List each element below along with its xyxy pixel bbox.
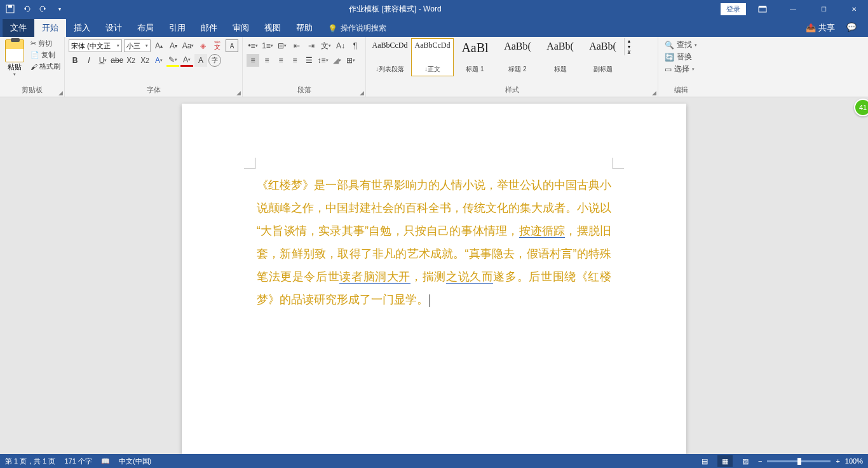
font-name-combo[interactable]: 宋体 (中文正▾ xyxy=(69,39,122,52)
tab-home[interactable]: 开始 xyxy=(34,19,66,37)
numbering-button[interactable]: 1≡▾ xyxy=(261,39,274,52)
line-spacing-button[interactable]: ↕≡▾ xyxy=(316,54,329,67)
format-painter-button[interactable]: 🖌格式刷 xyxy=(29,61,62,72)
strikethrough-button[interactable]: abc xyxy=(111,54,123,67)
phonetic-guide-button[interactable]: 文wén xyxy=(211,39,224,52)
font-launcher[interactable]: ◢ xyxy=(236,90,241,96)
styles-launcher[interactable]: ◢ xyxy=(652,90,656,96)
sort-button[interactable]: A↓ xyxy=(334,39,347,52)
undo-button[interactable] xyxy=(19,1,34,17)
redo-button[interactable] xyxy=(36,1,51,17)
tab-review[interactable]: 审阅 xyxy=(225,19,257,37)
tab-mailings[interactable]: 邮件 xyxy=(193,19,225,37)
superscript-button[interactable]: X2 xyxy=(139,54,151,67)
highlight-button[interactable]: ✎▾ xyxy=(166,54,179,67)
char-border-button[interactable]: A xyxy=(226,39,238,52)
bullets-button[interactable]: •≡▾ xyxy=(247,39,259,52)
save-button[interactable] xyxy=(3,1,18,17)
login-button[interactable]: 登录 xyxy=(721,3,746,15)
paste-button[interactable]: 粘贴 ▾ xyxy=(3,38,27,78)
tab-tellme[interactable]: 💡操作说明搜索 xyxy=(320,20,394,37)
maximize-button[interactable]: ☐ xyxy=(810,0,837,18)
clipboard-group-label: 剪贴板 xyxy=(3,85,62,95)
tab-references[interactable]: 引用 xyxy=(161,19,193,37)
style-↓正文[interactable]: AaBbCcDd↓正文 xyxy=(411,38,454,76)
tab-help[interactable]: 帮助 xyxy=(288,19,320,37)
italic-button[interactable]: I xyxy=(83,54,95,67)
text-run-ul2: 读者脑洞大开 xyxy=(339,270,410,284)
select-button[interactable]: ▭选择▾ xyxy=(665,64,697,74)
crop-mark-tr xyxy=(613,158,624,169)
style-标题 2[interactable]: AaBb(标题 2 xyxy=(496,38,539,76)
multilevel-button[interactable]: ⊟▾ xyxy=(276,39,288,52)
style-preview: AaBb( xyxy=(589,41,616,52)
titlebar: ▾ 作业模板 [兼容模式] - Word 登录 — ☐ ✕ xyxy=(0,0,868,18)
font-color-button[interactable]: A▾ xyxy=(180,54,193,67)
close-button[interactable]: ✕ xyxy=(840,0,868,18)
decrease-indent-button[interactable]: ⇤ xyxy=(290,39,303,52)
style-标题[interactable]: AaBb(标题 xyxy=(539,38,581,76)
style-label: 副标题 xyxy=(593,65,613,74)
tab-file[interactable]: 文件 xyxy=(3,19,34,37)
shrink-font-button[interactable]: A▾ xyxy=(167,39,180,52)
tab-insert[interactable]: 插入 xyxy=(66,19,98,37)
align-right-button[interactable]: ≡ xyxy=(275,54,287,67)
comments-button[interactable]: 💬 xyxy=(844,19,859,37)
text-direction-button[interactable]: 文▾ xyxy=(320,39,332,52)
styles-group-label: 样式 xyxy=(369,85,655,95)
replace-button[interactable]: 🔄替换 xyxy=(665,52,697,62)
tab-design[interactable]: 设计 xyxy=(98,19,130,37)
qat-customize[interactable]: ▾ xyxy=(52,1,67,17)
shading-button[interactable]: ◢▾ xyxy=(330,54,343,67)
font-size-value: 小三 xyxy=(126,41,140,51)
text-cursor xyxy=(430,294,430,307)
group-styles: AaBbCcDd↓列表段落AaBbCcDd↓正文AaBl标题 1AaBb(标题 … xyxy=(366,37,658,97)
clipboard-launcher[interactable]: ◢ xyxy=(58,90,63,96)
minimize-button[interactable]: — xyxy=(779,0,807,18)
tab-layout[interactable]: 布局 xyxy=(130,19,161,37)
editing-group-label: 编辑 xyxy=(661,85,701,95)
font-size-combo[interactable]: 小三▾ xyxy=(124,39,151,52)
text-effects-button[interactable]: A▾ xyxy=(153,54,165,67)
badge-indicator[interactable]: 41 xyxy=(854,99,868,116)
align-left-button[interactable]: ≡ xyxy=(247,54,259,67)
style-preview: AaBbCcDd xyxy=(372,41,408,50)
change-case-button[interactable]: Aa▾ xyxy=(182,39,194,52)
styles-scroll-down[interactable]: ▾ xyxy=(625,44,633,50)
share-button[interactable]: 📤 共享 xyxy=(803,19,837,37)
document-title: 作业模板 [兼容模式] - Word xyxy=(70,4,721,15)
ribbon: 粘贴 ▾ ✂剪切 📄复制 🖌格式刷 剪贴板 ◢ 宋体 (中文正▾ 小三▾ A▴ … xyxy=(0,37,868,97)
cut-button[interactable]: ✂剪切 xyxy=(29,38,62,49)
style-preview: AaBb( xyxy=(504,41,531,52)
copy-button[interactable]: 📄复制 xyxy=(29,50,62,60)
replace-label: 替换 xyxy=(677,52,692,62)
styles-scroll-up[interactable]: ▴ xyxy=(625,38,633,44)
show-marks-button[interactable]: ¶ xyxy=(349,39,362,52)
svg-rect-1 xyxy=(8,5,12,8)
find-button[interactable]: 🔍查找▾ xyxy=(665,39,697,50)
style-副标题[interactable]: AaBb(副标题 xyxy=(581,38,624,76)
char-shading-button[interactable]: A xyxy=(194,54,207,67)
style-标题 1[interactable]: AaBl标题 1 xyxy=(454,38,496,76)
document-paragraph[interactable]: 《红楼梦》是一部具有世界影响力的人情小说，举世公认的中国古典小说颠峰之作，中国封… xyxy=(257,174,611,311)
paragraph-launcher[interactable]: ◢ xyxy=(360,90,364,96)
copy-icon: 📄 xyxy=(31,51,39,59)
increase-indent-button[interactable]: ⇥ xyxy=(305,39,318,52)
subscript-button[interactable]: X2 xyxy=(125,54,137,67)
justify-button[interactable]: ≡ xyxy=(288,54,301,67)
clear-formatting-button[interactable]: ◈ xyxy=(196,39,209,52)
grow-font-button[interactable]: A▴ xyxy=(153,39,165,52)
distributed-button[interactable]: ☰ xyxy=(302,54,315,67)
borders-button[interactable]: ⊞▾ xyxy=(344,54,357,67)
enclose-char-button[interactable]: 字 xyxy=(208,54,221,67)
svg-rect-3 xyxy=(759,6,766,8)
bold-button[interactable]: B xyxy=(69,54,81,67)
underline-button[interactable]: U▾ xyxy=(97,54,109,67)
scissors-icon: ✂ xyxy=(31,39,36,48)
style-↓列表段落[interactable]: AaBbCcDd↓列表段落 xyxy=(369,38,411,76)
document-area[interactable]: 《红楼梦》是一部具有世界影响力的人情小说，举世公认的中国古典小说颠峰之作，中国封… xyxy=(0,97,868,454)
align-center-button[interactable]: ≡ xyxy=(261,54,273,67)
ribbon-display-button[interactable] xyxy=(749,0,776,18)
tab-view[interactable]: 视图 xyxy=(257,19,288,37)
styles-expand[interactable]: ⊻ xyxy=(625,50,633,55)
